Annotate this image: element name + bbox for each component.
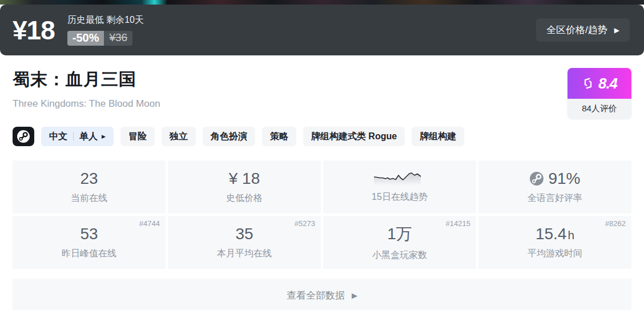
title-block: 蜀末：血月三国 Three Kingdoms: The Blood Moon bbox=[13, 68, 160, 110]
discount-pill: -50% ¥36 bbox=[67, 31, 132, 46]
game-title: 蜀末：血月三国 bbox=[13, 68, 160, 91]
steam-icon bbox=[17, 130, 30, 143]
stat-value: ¥ 18 bbox=[229, 170, 260, 188]
stat-value: 91% bbox=[548, 170, 580, 188]
caret-right-icon: ▶ bbox=[614, 27, 619, 34]
stat-rank: #4744 bbox=[139, 219, 160, 228]
rating-count: 84人评价 bbox=[567, 99, 631, 119]
current-price: ¥18 bbox=[13, 17, 55, 43]
stat-label: 平均游戏时间 bbox=[528, 248, 582, 260]
language-tag: 中文 bbox=[49, 131, 67, 143]
game-detail-page: ¥18 历史最低 剩余10天 -50% ¥36 全区价格/趋势 ▶ 蜀末：血月三… bbox=[0, 0, 644, 310]
stat-value-number: 15.4 bbox=[536, 225, 567, 243]
chip-divider bbox=[73, 132, 74, 141]
online-trend-sparkline bbox=[374, 171, 425, 187]
stat-label: 全语言好评率 bbox=[528, 192, 582, 204]
stat-average-playtime: #8262 15.4 h 平均游戏时间 bbox=[478, 216, 631, 269]
stat-rank: #14215 bbox=[446, 219, 470, 228]
stat-value-unit: h bbox=[567, 228, 574, 242]
discount-badge: -50% bbox=[67, 31, 104, 46]
caret-right-icon: ▶ bbox=[102, 134, 106, 139]
tag-chip[interactable]: 角色扮演 bbox=[203, 127, 255, 146]
stat-yesterday-peak: #4744 53 昨日峰值在线 bbox=[13, 216, 166, 269]
stat-positive-rate: 91% 全语言好评率 bbox=[478, 160, 631, 214]
stat-lowest-price: ¥ 18 史低价格 bbox=[168, 160, 321, 214]
stat-label: 15日在线趋势 bbox=[372, 191, 428, 203]
stat-value: 1万 bbox=[387, 223, 412, 245]
stat-heybox-players: #14215 1万 小黑盒玩家数 bbox=[323, 216, 476, 269]
stat-label: 本月平均在线 bbox=[217, 248, 272, 260]
stat-label: 史低价格 bbox=[226, 192, 263, 204]
stat-value: 53 bbox=[80, 225, 98, 243]
original-price: ¥36 bbox=[104, 31, 132, 46]
rating-score-banner: 8.4 bbox=[567, 68, 631, 99]
stat-value: 23 bbox=[80, 170, 98, 188]
view-all-data-bar[interactable]: 查看全部数据 ▶ bbox=[13, 279, 631, 310]
sparkline-chart bbox=[374, 171, 425, 187]
stats-grid: 23 当前在线 ¥ 18 史低价格 15日在 bbox=[13, 160, 631, 269]
rating-card[interactable]: 8.4 84人评价 bbox=[567, 68, 631, 119]
tag-chip[interactable]: 冒险 bbox=[120, 127, 155, 146]
heybox-logo-icon bbox=[582, 77, 594, 90]
stat-value: 15.4 h bbox=[536, 225, 574, 243]
stat-current-online: 23 当前在线 bbox=[13, 160, 166, 214]
rating-score: 8.4 bbox=[598, 75, 617, 92]
deal-note: 历史最低 剩余10天 bbox=[67, 14, 144, 26]
caret-right-icon: ▶ bbox=[352, 292, 357, 299]
stat-month-average: #5273 35 本月平均在线 bbox=[168, 216, 321, 269]
price-banner: ¥18 历史最低 剩余10天 -50% ¥36 全区价格/趋势 ▶ bbox=[0, 5, 644, 55]
steam-icon bbox=[529, 171, 544, 186]
tags-row: 中文 单人 ▶ 冒险 独立 角色扮演 策略 牌组构建式类 Rogue 牌组构建 bbox=[13, 127, 631, 146]
stat-value-row: 91% bbox=[529, 170, 580, 188]
game-subtitle-en: Three Kingdoms: The Blood Moon bbox=[13, 98, 160, 110]
stat-rank: #5273 bbox=[295, 219, 315, 228]
stat-rank: #8262 bbox=[605, 219, 626, 228]
stat-value: 35 bbox=[235, 225, 253, 243]
mode-tag: 单人 bbox=[79, 131, 98, 143]
stat-online-trend: 15日在线趋势 bbox=[323, 160, 476, 214]
tag-chip[interactable]: 牌组构建 bbox=[412, 127, 464, 146]
price-info: 历史最低 剩余10天 -50% ¥36 bbox=[67, 14, 144, 46]
tag-chip[interactable]: 牌组构建式类 Rogue bbox=[303, 127, 405, 146]
tag-chip[interactable]: 策略 bbox=[262, 127, 296, 146]
header-row: 蜀末：血月三国 Three Kingdoms: The Blood Moon 8… bbox=[13, 68, 631, 119]
tag-chip[interactable]: 独立 bbox=[162, 127, 196, 146]
stat-label: 当前在线 bbox=[71, 192, 107, 204]
stat-label: 小黑盒玩家数 bbox=[372, 249, 427, 261]
region-price-trend-label: 全区价格/趋势 bbox=[546, 23, 607, 37]
language-mode-chip[interactable]: 中文 单人 ▶ bbox=[41, 127, 114, 146]
region-price-trend-button[interactable]: 全区价格/趋势 ▶ bbox=[536, 18, 630, 42]
screenshot-strip[interactable] bbox=[0, 0, 644, 5]
view-all-data-label: 查看全部数据 bbox=[287, 289, 345, 302]
steam-platform-chip[interactable] bbox=[13, 127, 34, 146]
stat-label: 昨日峰值在线 bbox=[62, 248, 116, 260]
